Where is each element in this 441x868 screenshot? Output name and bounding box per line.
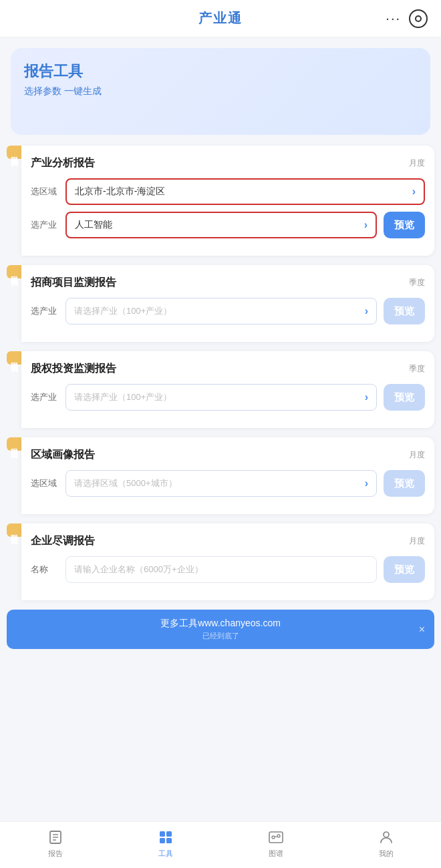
bottom-banner-close-icon[interactable]: ×: [419, 624, 425, 636]
section-title-1: 产业分析报告: [31, 156, 95, 170]
preview-button-2[interactable]: 预览: [384, 298, 425, 324]
nav-label-profile: 我的: [379, 849, 394, 859]
bottom-banner: 更多工具www.chanyeos.com 已经到底了 ×: [7, 610, 434, 649]
side-label-4: 限时免费: [7, 437, 21, 451]
enterprise-name-label: 名称: [31, 564, 59, 576]
enterprise-input-row: 名称 请输入企业名称（6000万+企业） 预览: [31, 556, 425, 583]
more-icon[interactable]: ···: [386, 11, 401, 26]
equity-industry-placeholder: 请选择产业（100+产业）: [74, 391, 172, 403]
report-icon: [47, 829, 64, 846]
side-label-3: 限时免费: [7, 351, 21, 365]
industry-value: 人工智能: [75, 219, 112, 231]
section-title-4: 区域画像报告: [31, 448, 95, 462]
enterprise-name-placeholder: 请输入企业名称（6000万+企业）: [74, 564, 203, 576]
banner-title: 报告工具: [24, 61, 417, 81]
enterprise-name-input[interactable]: 请输入企业名称（6000万+企业）: [65, 556, 377, 583]
industry-selector[interactable]: 人工智能 ›: [65, 212, 377, 238]
svg-rect-15: [160, 838, 165, 843]
section-period-1: 月度: [409, 158, 425, 169]
scan-icon[interactable]: [409, 9, 428, 28]
section-industry-analysis: 限时免费 产业分析报告 月度 选区域 北京市-北京市-海淀区 › 选产业 人工智…: [7, 146, 434, 256]
section-period-2: 季度: [409, 277, 425, 288]
card-industry-analysis: 产业分析报告 月度 选区域 北京市-北京市-海淀区 › 选产业 人工智能 › 预…: [21, 146, 434, 256]
svg-rect-16: [166, 838, 172, 843]
section-header-4: 区域画像报告 月度: [31, 448, 425, 462]
section-region-portrait: 限时免费 区域画像报告 月度 选区域 请选择区域（5000+城市） › 预览: [7, 437, 434, 514]
card-enterprise-due: 企业尽调报告 月度 名称 请输入企业名称（6000万+企业） 预览: [21, 523, 434, 600]
section-header-2: 招商项目监测报告 季度: [31, 276, 425, 290]
industry-chevron-icon: ›: [364, 219, 368, 231]
nav-label-tools: 工具: [158, 849, 173, 859]
region-portrait-placeholder: 请选择区域（5000+城市）: [74, 477, 177, 489]
svg-point-21: [384, 832, 389, 837]
side-label-5: 限时免费: [7, 523, 21, 537]
equity-chevron-icon: ›: [365, 391, 368, 403]
preview-button-3[interactable]: 预览: [384, 384, 425, 411]
invest-industry-placeholder: 请选择产业（100+产业）: [74, 305, 172, 317]
industry-selector-row: 选产业 人工智能 › 预览: [31, 212, 425, 238]
region-chevron-icon: ›: [412, 186, 416, 198]
nav-label-graph: 图谱: [269, 849, 283, 859]
tools-icon: [157, 829, 174, 846]
region-portrait-label: 选区域: [31, 477, 59, 489]
section-period-3: 季度: [409, 363, 425, 375]
svg-point-19: [277, 835, 280, 837]
invest-chevron-icon: ›: [365, 305, 368, 317]
invest-industry-label: 选产业: [31, 305, 59, 317]
nav-item-profile[interactable]: 我的: [366, 829, 406, 859]
section-equity-monitor: 限时免费 股权投资监测报告 季度 选产业 请选择产业（100+产业） › 预览: [7, 351, 434, 428]
nav-item-report[interactable]: 报告: [35, 829, 76, 859]
section-header-3: 股权投资监测报告 季度: [31, 362, 425, 376]
preview-button-1[interactable]: 预览: [384, 212, 425, 238]
svg-point-18: [272, 836, 275, 839]
nav-item-graph[interactable]: 图谱: [256, 829, 296, 859]
bottom-banner-sub: 已经到底了: [20, 631, 421, 641]
region-portrait-selector[interactable]: 请选择区域（5000+城市） ›: [65, 470, 377, 497]
invest-industry-selector[interactable]: 请选择产业（100+产业） ›: [65, 298, 377, 324]
svg-rect-13: [160, 831, 165, 837]
header-actions: ···: [386, 9, 428, 28]
region-portrait-row: 选区域 请选择区域（5000+城市） › 预览: [31, 470, 425, 497]
app-title: 产业通: [198, 9, 243, 27]
preview-button-4[interactable]: 预览: [384, 470, 425, 497]
region-portrait-chevron-icon: ›: [365, 477, 368, 489]
app-header: 产业通 ···: [0, 0, 441, 37]
card-equity-monitor: 股权投资监测报告 季度 选产业 请选择产业（100+产业） › 预览: [21, 351, 434, 428]
equity-industry-selector[interactable]: 请选择产业（100+产业） ›: [65, 384, 377, 411]
side-label-1: 限时免费: [7, 146, 21, 159]
main-content: 报告工具 选择参数 一键生成: [0, 48, 441, 729]
banner-subtitle: 选择参数 一键生成: [24, 85, 417, 97]
scan-inner: [415, 15, 422, 22]
bottom-banner-text: 更多工具www.chanyeos.com: [20, 618, 421, 630]
section-enterprise-due: 限时免费 企业尽调报告 月度 名称 请输入企业名称（6000万+企业） 预览: [7, 523, 434, 600]
region-selector-row: 选区域 北京市-北京市-海淀区 ›: [31, 178, 425, 205]
section-period-4: 月度: [409, 449, 425, 461]
banner: 报告工具 选择参数 一键生成: [11, 48, 430, 135]
section-title-2: 招商项目监测报告: [31, 276, 116, 290]
svg-rect-14: [166, 831, 172, 837]
preview-button-5[interactable]: 预览: [384, 556, 425, 583]
card-investment-monitor: 招商项目监测报告 季度 选产业 请选择产业（100+产业） › 预览: [21, 265, 434, 342]
region-label: 选区域: [31, 186, 59, 198]
card-region-portrait: 区域画像报告 月度 选区域 请选择区域（5000+城市） › 预览: [21, 437, 434, 514]
nav-item-tools[interactable]: 工具: [146, 829, 186, 859]
bottom-nav: 报告 工具 图谱: [0, 821, 441, 868]
region-value: 北京市-北京市-海淀区: [75, 186, 165, 198]
section-title-5: 企业尽调报告: [31, 534, 95, 548]
region-selector[interactable]: 北京市-北京市-海淀区 ›: [65, 178, 425, 205]
profile-icon: [378, 829, 395, 846]
equity-industry-label: 选产业: [31, 391, 59, 403]
side-label-2: 限时免费: [7, 265, 21, 278]
section-header-1: 产业分析报告 月度: [31, 156, 425, 170]
section-period-5: 月度: [409, 535, 425, 547]
svg-rect-17: [269, 832, 283, 843]
industry-label: 选产业: [31, 219, 59, 231]
nav-label-report: 报告: [48, 849, 63, 859]
equity-industry-row: 选产业 请选择产业（100+产业） › 预览: [31, 384, 425, 411]
section-investment-monitor: 限时免费 招商项目监测报告 季度 选产业 请选择产业（100+产业） › 预览: [7, 265, 434, 342]
section-title-3: 股权投资监测报告: [31, 362, 116, 376]
section-header-5: 企业尽调报告 月度: [31, 534, 425, 548]
graph-icon: [267, 829, 285, 846]
invest-industry-row: 选产业 请选择产业（100+产业） › 预览: [31, 298, 425, 324]
